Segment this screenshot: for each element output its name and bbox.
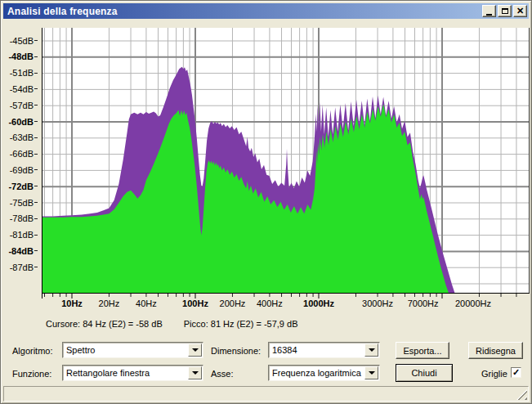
y-axis-label: -57dB xyxy=(1,100,38,110)
maximize-icon xyxy=(502,8,508,14)
y-axis-label: -66dB xyxy=(1,149,38,159)
y-tick xyxy=(34,56,38,57)
size-select[interactable]: 16384 xyxy=(268,342,380,358)
function-dropdown-button[interactable] xyxy=(188,366,202,379)
spectrum-plot[interactable] xyxy=(42,28,530,301)
close-icon: ✕ xyxy=(516,7,524,16)
function-select[interactable]: Rettangolare finestra xyxy=(62,365,203,381)
chevron-down-icon xyxy=(192,348,199,352)
window-controls: ✕ xyxy=(482,5,527,17)
y-axis-label: -60dB xyxy=(1,116,38,127)
y-axis-label: -84dB xyxy=(1,245,38,256)
x-axis-label: 1000Hz xyxy=(290,299,347,309)
algorithm-label: Algoritmo: xyxy=(12,346,53,356)
y-tick xyxy=(34,169,38,170)
y-tick xyxy=(34,105,38,105)
algorithm-select[interactable]: Spettro xyxy=(62,342,203,358)
x-axis-label: 7000Hz xyxy=(395,299,452,309)
algorithm-dropdown-button[interactable] xyxy=(188,343,202,357)
y-tick xyxy=(34,250,38,251)
y-tick xyxy=(34,40,38,41)
y-axis-label: -81dB xyxy=(1,230,38,240)
y-axis-label: -87dB xyxy=(1,262,38,272)
size-dropdown-button[interactable] xyxy=(364,343,378,357)
y-tick xyxy=(34,235,38,236)
y-axis-label: -45dB xyxy=(1,35,38,46)
y-axis-label: -63dB xyxy=(1,132,38,143)
chevron-down-icon xyxy=(369,348,375,352)
function-label: Funzione: xyxy=(12,369,51,379)
grids-checkbox[interactable]: ✓ xyxy=(511,367,521,378)
y-axis-label: -51dB xyxy=(1,68,38,79)
cursor-info-line: Cursore: 84 Hz (E2) = -58 dBPicco: 81 Hz… xyxy=(46,319,297,329)
x-axis-label: 20000Hz xyxy=(445,299,502,309)
title-bar[interactable]: Analisi della frequenza ✕ xyxy=(3,3,529,19)
frequency-analysis-window: Analisi della frequenza ✕ -45dB-48dB-51d… xyxy=(0,0,532,404)
y-axis-label: -48dB xyxy=(1,52,38,62)
algorithm-value: Spettro xyxy=(66,345,95,355)
grids-label: Griglie xyxy=(481,369,507,379)
y-tick xyxy=(34,154,38,155)
resize-grip-icon[interactable] xyxy=(516,389,527,400)
chevron-down-icon xyxy=(192,371,199,375)
y-axis-label: -69dB xyxy=(1,164,38,175)
cursor-readout: Cursore: 84 Hz (E2) = -58 dB xyxy=(46,319,163,329)
axis-label: Asse: xyxy=(211,369,234,379)
size-label: Dimensione: xyxy=(211,346,261,356)
function-value: Rettangolare finestra xyxy=(66,368,150,378)
window-title: Analisi della frequenza xyxy=(7,6,118,17)
close-button[interactable]: Chiudi xyxy=(396,364,453,382)
close-button-titlebar[interactable]: ✕ xyxy=(513,5,527,17)
minimize-button[interactable] xyxy=(482,5,496,17)
maximize-button[interactable] xyxy=(498,5,512,17)
y-axis-label: -75dB xyxy=(1,197,38,208)
chevron-down-icon xyxy=(369,371,375,375)
y-tick xyxy=(34,218,38,219)
y-tick xyxy=(34,202,38,203)
peak-readout: Picco: 81 Hz (E2) = -57,9 dB xyxy=(184,319,298,329)
y-axis-label: -72dB xyxy=(1,181,38,191)
redraw-button[interactable]: Ridisegna xyxy=(468,342,523,359)
y-tick xyxy=(34,267,38,267)
y-axis-label: -54dB xyxy=(1,83,38,94)
axis-dropdown-button[interactable] xyxy=(364,366,378,379)
axis-select[interactable]: Frequenza logaritmica xyxy=(268,365,380,381)
y-tick xyxy=(34,186,38,186)
status-bar xyxy=(3,386,529,402)
axis-value: Frequenza logaritmica xyxy=(272,368,361,378)
y-tick xyxy=(34,137,38,138)
size-value: 16384 xyxy=(272,345,297,355)
y-tick xyxy=(34,121,38,122)
minimize-icon xyxy=(486,14,492,16)
check-icon: ✓ xyxy=(512,368,520,377)
y-axis-label: -78dB xyxy=(1,213,38,224)
y-tick xyxy=(34,73,38,74)
y-tick xyxy=(34,88,38,89)
export-button[interactable]: Esporta... xyxy=(396,342,449,359)
